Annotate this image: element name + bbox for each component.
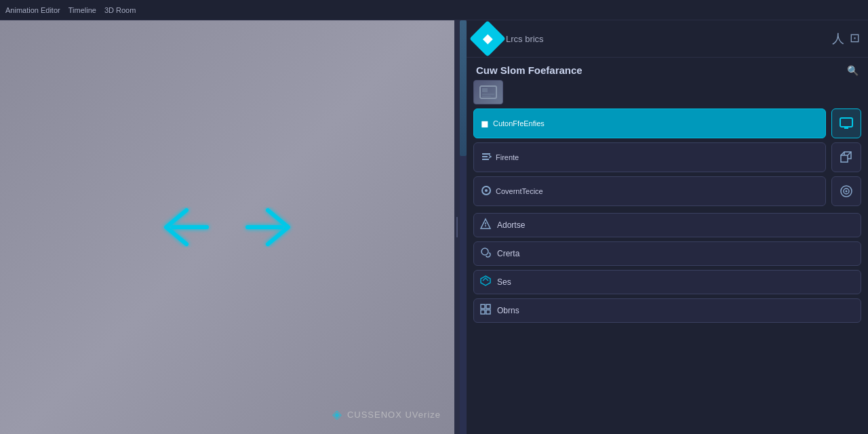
stlvba-button[interactable]: [831, 142, 861, 172]
person-icon[interactable]: 人: [832, 31, 844, 47]
sop-button[interactable]: [831, 176, 861, 206]
menu-item-timeline[interactable]: Timeline: [68, 6, 96, 14]
config-icon: ◼: [481, 118, 489, 129]
firente-icon: [481, 151, 492, 164]
resize-handle[interactable]: [454, 20, 460, 434]
display-toggle-button[interactable]: [831, 108, 861, 138]
canvas-arrow: [159, 197, 295, 258]
row-firente: Firente: [467, 142, 868, 176]
thumb-inner: [474, 81, 502, 104]
panel-header-icons: 人 ⊡: [832, 31, 860, 47]
menu-item-animation[interactable]: Animation Editor: [5, 6, 60, 14]
firente-label: Firente: [496, 153, 519, 161]
svg-rect-26: [486, 310, 490, 314]
thumbnail-preview[interactable]: [473, 80, 503, 104]
svg-rect-25: [481, 310, 485, 314]
watermark-logo-icon: ◈: [332, 407, 342, 422]
app-logo: ◆: [469, 20, 506, 57]
watermark-text: CUSSENOX UVerize: [347, 410, 441, 420]
adortse-label: Adortse: [497, 220, 525, 230]
obrns-icon: [479, 303, 492, 318]
svg-rect-11: [841, 155, 848, 162]
cube-icon: [839, 150, 854, 165]
canvas-area: ◈ CUSSENOX UVerize: [0, 20, 454, 434]
canvas-watermark: ◈ CUSSENOX UVerize: [332, 407, 441, 422]
crerta-label: Crerta: [497, 249, 519, 258]
covernt-button[interactable]: CoverntTecice: [473, 176, 826, 206]
svg-rect-2: [482, 88, 488, 92]
display-icon[interactable]: ⊡: [850, 31, 860, 47]
right-area: ◆ Lrcs brics 人 ⊡ Cuw Slom Foefarance 🔍: [460, 20, 868, 434]
firente-button[interactable]: Firente: [473, 142, 826, 172]
target-icon: [839, 184, 854, 199]
adortse-item[interactable]: Adortse: [473, 213, 861, 237]
monitor-icon: [839, 116, 854, 131]
logo-diamond-icon: ◆: [483, 31, 492, 46]
svg-rect-5: [840, 118, 852, 127]
search-icon[interactable]: 🔍: [847, 65, 859, 76]
panel-title-area: ◆ Lrcs brics: [475, 26, 544, 52]
main-layout: ◈ CUSSENOX UVerize ◆ Lrcs brics: [0, 20, 868, 434]
crerta-icon: [479, 246, 492, 261]
section-label: Cuw Slom Foefarance 🔍: [467, 58, 868, 80]
section-title: Cuw Slom Foefarance: [476, 64, 583, 76]
menu-item-3droom[interactable]: 3D Room: [104, 6, 136, 14]
crerta-item[interactable]: Crerta: [473, 241, 861, 266]
svg-point-21: [481, 248, 488, 255]
obrns-item[interactable]: Obrns: [473, 298, 861, 323]
panel-title: Lrcs brics: [506, 34, 544, 44]
obrns-label: Obrns: [497, 306, 519, 315]
config-label: CutonFfeEnfies: [493, 119, 545, 127]
scroll-thumb: [460, 20, 467, 156]
scroll-track[interactable]: [460, 20, 467, 434]
row-configenfiles: ◼ CutonFfeEnfies: [467, 108, 868, 142]
ses-label: Ses: [497, 277, 511, 287]
double-arrow-icon: [159, 197, 295, 258]
svg-point-18: [846, 191, 848, 193]
adortse-icon: [479, 218, 492, 233]
ses-icon: [479, 275, 492, 290]
menu-bar: Animation Editor Timeline 3D Room: [0, 0, 868, 20]
items-list: Adortse Crerta: [467, 210, 868, 326]
config-enfiles-button[interactable]: ◼ CutonFfeEnfies: [473, 108, 826, 138]
svg-rect-24: [486, 304, 490, 309]
covernt-label: CoverntTecice: [496, 187, 543, 195]
svg-point-19: [485, 225, 486, 226]
svg-rect-23: [481, 304, 485, 309]
ses-item[interactable]: Ses: [473, 270, 861, 294]
properties-panel: ◆ Lrcs brics 人 ⊡ Cuw Slom Foefarance 🔍: [467, 20, 868, 434]
panel-header: ◆ Lrcs brics 人 ⊡: [467, 20, 868, 58]
thumbnail-row: [467, 80, 868, 108]
svg-point-15: [485, 189, 488, 192]
row-covernt: CoverntTecice: [467, 176, 868, 210]
covernt-icon: [481, 185, 492, 198]
